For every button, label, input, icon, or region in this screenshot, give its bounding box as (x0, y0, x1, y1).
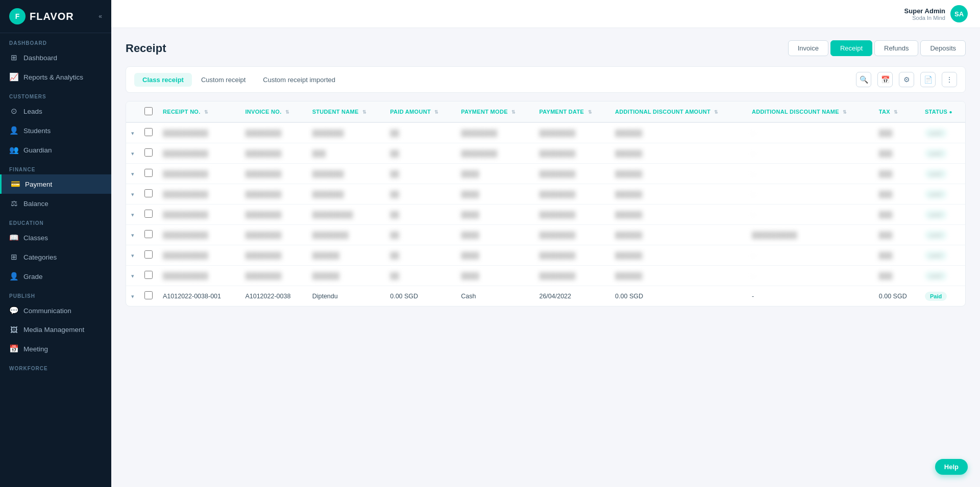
expand-chevron[interactable]: ▾ (131, 150, 134, 157)
sidebar-item-classes[interactable]: 📖 Classes (0, 228, 111, 247)
tax-cell: ███ (874, 266, 920, 286)
expand-chevron[interactable]: ▾ (131, 191, 134, 197)
col-additional-discount-amount[interactable]: ADDITIONAL DISCOUNT AMOUNT ⇅ (610, 101, 747, 122)
tab-invoice[interactable]: Invoice (788, 40, 828, 56)
sidebar-item-label: Students (23, 127, 51, 135)
expand-chevron[interactable]: ▾ (131, 293, 134, 299)
sort-icon: ⇅ (204, 110, 208, 115)
dashboard-icon: ⊞ (9, 53, 18, 62)
row-select-checkbox[interactable] (144, 169, 153, 177)
col-expand (126, 101, 139, 122)
filter-icon-btn[interactable]: ⚙ (899, 72, 914, 87)
sidebar-item-students[interactable]: 👤 Students (0, 121, 111, 140)
row-select-checkbox[interactable] (144, 189, 153, 197)
sidebar-item-balance[interactable]: ⚖ Balance (0, 194, 111, 213)
tab-refunds[interactable]: Refunds (874, 40, 918, 56)
payment-mode-cell: ████ (456, 164, 534, 184)
row-checkbox-cell (139, 122, 158, 143)
student-name-cell: ██████ (307, 245, 385, 266)
row-select-checkbox[interactable] (144, 291, 153, 299)
expand-chevron[interactable]: ▾ (131, 232, 134, 238)
row-select-checkbox[interactable] (144, 271, 153, 279)
sidebar-item-payment[interactable]: 💳 Payment (0, 174, 111, 194)
sidebar-item-dashboard[interactable]: ⊞ Dashboard (0, 48, 111, 67)
expand-chevron[interactable]: ▾ (131, 130, 134, 136)
payment-mode-cell: ████ (456, 266, 534, 286)
tax-cell: 0.00 SGD (874, 286, 920, 306)
students-icon: 👤 (9, 126, 18, 135)
tab-receipt[interactable]: Receipt (830, 40, 872, 56)
col-payment-mode[interactable]: PAYMENT MODE ⇅ (456, 101, 534, 122)
row-checkbox-cell (139, 286, 158, 306)
paid-amount-cell: ██ (385, 122, 456, 143)
status-badge: Paid (925, 292, 947, 301)
balance-icon: ⚖ (9, 199, 18, 208)
row-select-checkbox[interactable] (144, 210, 153, 218)
calendar-icon-btn[interactable]: 📅 (877, 72, 893, 87)
col-tax[interactable]: TAX ⇅ (874, 101, 920, 122)
receipt-no-cell: ██████████ (158, 225, 240, 245)
sidebar-item-communication[interactable]: 💬 Communication (0, 301, 111, 320)
more-icon-btn[interactable]: ⋮ (942, 72, 957, 87)
sort-icon: ⇅ (714, 110, 718, 115)
status-cell: paid (920, 143, 965, 164)
receipt-no-cell: ██████████ (158, 204, 240, 225)
export-icon-btn[interactable]: 📄 (920, 72, 936, 87)
sidebar-item-label: Media Management (23, 326, 84, 334)
subtab-class-receipt[interactable]: Class receipt (134, 73, 192, 87)
sidebar-item-categories[interactable]: ⊞ Categories (0, 247, 111, 267)
col-paid-amount[interactable]: PAID AMOUNT ⇅ (385, 101, 456, 122)
payment-date-cell: ████████ (534, 122, 610, 143)
grade-icon: 👤 (9, 272, 18, 281)
receipt-no-cell: A1012022-0038-001 (158, 286, 240, 306)
payment-mode-cell: Cash (456, 286, 534, 306)
additional-discount-amount-cell: ██████ (610, 245, 747, 266)
sidebar-item-label: Leads (23, 108, 42, 115)
table-row: ▾ ██████████ ████████ █████████ ██ ████ … (126, 204, 965, 225)
tax-cell: ███ (874, 143, 920, 164)
additional-discount-name-cell: - (747, 184, 874, 204)
sort-icon: ⇅ (434, 110, 438, 115)
sidebar-item-meeting[interactable]: 📅 Meeting (0, 339, 111, 358)
row-checkbox-cell (139, 164, 158, 184)
additional-discount-amount-cell: ██████ (610, 143, 747, 164)
expand-chevron[interactable]: ▾ (131, 212, 134, 218)
user-menu[interactable]: Super Admin Soda In Mind SA (904, 5, 968, 22)
subtab-custom-receipt[interactable]: Custom receipt (193, 73, 254, 87)
receipt-no-cell: ██████████ (158, 164, 240, 184)
sidebar-item-label: Payment (25, 181, 52, 188)
select-all-checkbox[interactable] (144, 107, 153, 115)
expand-chevron[interactable]: ▾ (131, 273, 134, 279)
row-select-checkbox[interactable] (144, 250, 153, 259)
table-row: ▾ ██████████ ████████ ████████ ██ ████ █… (126, 225, 965, 245)
row-select-checkbox[interactable] (144, 128, 153, 136)
tab-deposits[interactable]: Deposits (920, 40, 966, 56)
sidebar-item-reports[interactable]: 📈 Reports & Analytics (0, 67, 111, 87)
col-payment-date[interactable]: PAYMENT DATE ⇅ (534, 101, 610, 122)
sidebar-collapse-btn[interactable]: « (99, 13, 102, 20)
subtab-custom-receipt-imported[interactable]: Custom receipt imported (255, 73, 344, 87)
col-receipt-no[interactable]: RECEIPT NO. ⇅ (158, 101, 240, 122)
col-student-name[interactable]: STUDENT NAME ⇅ (307, 101, 385, 122)
search-icon-btn[interactable]: 🔍 (856, 72, 871, 87)
table-row: ▾ ██████████ ████████ ██████ ██ ████ ███… (126, 266, 965, 286)
student-name-cell: ███████ (307, 164, 385, 184)
sidebar-item-leads[interactable]: ⊙ Leads (0, 101, 111, 121)
payment-date-cell: ████████ (534, 266, 610, 286)
section-dashboard: DASHBOARD (0, 33, 111, 48)
col-invoice-no[interactable]: INVOICE NO. ⇅ (240, 101, 307, 122)
col-additional-discount-name[interactable]: ADDITIONAL DISCOUNT NAME ⇅ (747, 101, 874, 122)
row-select-checkbox[interactable] (144, 148, 153, 157)
sidebar-item-grade[interactable]: 👤 Grade (0, 267, 111, 286)
expand-chevron[interactable]: ▾ (131, 252, 134, 259)
sidebar-item-guardian[interactable]: 👥 Guardian (0, 140, 111, 160)
search-icon: 🔍 (860, 75, 868, 84)
expand-chevron[interactable]: ▾ (131, 171, 134, 177)
col-status[interactable]: STATUS ● (920, 101, 965, 122)
sidebar-item-label: Classes (23, 234, 48, 242)
help-button[interactable]: Help (935, 459, 968, 475)
row-select-checkbox[interactable] (144, 230, 153, 238)
row-expand-cell: ▾ (126, 204, 139, 225)
additional-discount-amount-cell: ██████ (610, 204, 747, 225)
sidebar-item-media[interactable]: 🖼 Media Management (0, 320, 111, 339)
